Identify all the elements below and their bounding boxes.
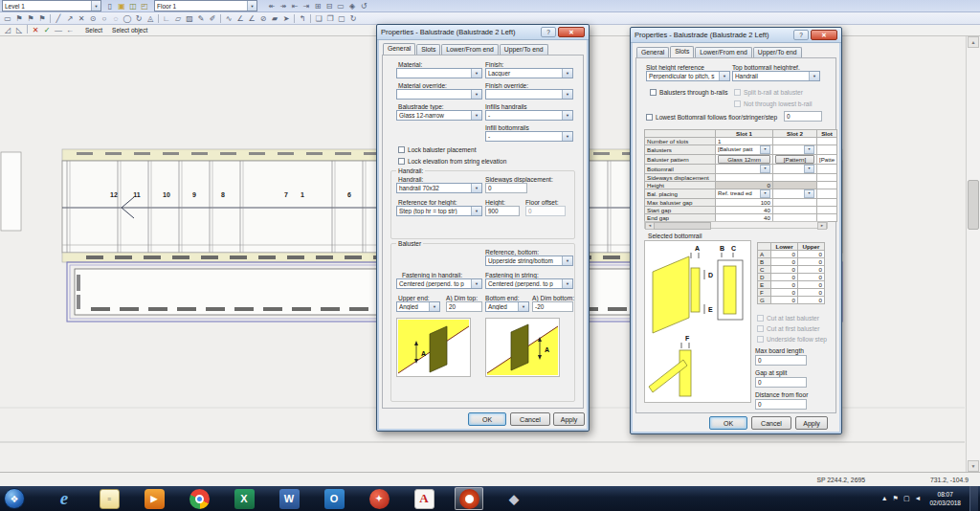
lock-elevation-checkbox[interactable]: Lock elevation from string elevation	[398, 158, 506, 165]
angle2-tool-icon[interactable]: ∠	[246, 13, 257, 24]
cut-last-baluster-checkbox[interactable]: Cut at last baluster	[757, 315, 819, 322]
lu-value-cell[interactable]: 0	[798, 297, 825, 304]
tab-slots[interactable]: Slots	[670, 46, 694, 57]
scroll-down-icon[interactable]: ▼	[968, 460, 979, 472]
tab-upper-to-end[interactable]: Upper/To end	[753, 47, 802, 57]
kite-tool-icon[interactable]: ◬	[145, 13, 156, 24]
corner-up-icon[interactable]: ◺	[13, 25, 25, 35]
zoom-out-icon[interactable]: ⊟	[323, 1, 335, 11]
polygon-tool-icon[interactable]: ▱	[172, 13, 184, 24]
no-circle-tool-icon[interactable]: ⊘	[257, 13, 269, 24]
fastening-handrail-dropdown[interactable]: Centered (perpend. to p	[396, 278, 482, 289]
slot-cell[interactable]: [Patte	[817, 155, 837, 165]
slot-cell[interactable]: Glass 12mm	[716, 155, 773, 165]
red-app-icon[interactable]: ✦	[365, 487, 393, 510]
slot-cell[interactable]: [Baluster patt▼	[716, 145, 773, 155]
distance-from-floor-input[interactable]	[755, 399, 807, 410]
reference-bottom-dropdown[interactable]: Upperside string/bottom	[485, 256, 573, 266]
turn-arrow-tool-icon[interactable]: ↰	[297, 13, 308, 24]
lower-upper-table[interactable]: LowerUpperA00B00C00D00E00F00G00	[757, 242, 825, 304]
lu-value-cell[interactable]: 0	[798, 281, 825, 289]
word-icon[interactable]: W	[275, 487, 303, 510]
slot-cell[interactable]: [Pattern]	[773, 155, 817, 165]
stamp-tool-icon[interactable]: ⚑	[36, 13, 48, 24]
tray-flag-icon[interactable]: ⚑	[893, 495, 899, 502]
taskbar-clock[interactable]: 08:07 02/03/2018	[929, 490, 961, 508]
slot-cell[interactable]: 1	[716, 138, 773, 145]
lu-value-cell[interactable]: 0	[771, 266, 798, 274]
balusters-through-brails-checkbox[interactable]: Balusters through b-rails	[650, 89, 727, 96]
slot-cell[interactable]	[817, 189, 837, 199]
slot-cell[interactable]	[773, 182, 817, 189]
angle-tool-icon[interactable]: ∠	[234, 13, 246, 24]
bottom-end-dropdown[interactable]: Angled	[485, 301, 529, 312]
lu-value-cell[interactable]: 0	[798, 258, 825, 266]
slot-cell[interactable]	[817, 145, 837, 155]
zoom-in-icon[interactable]: ⊞	[312, 1, 323, 11]
lu-value-cell[interactable]: 0	[798, 274, 825, 281]
cut-first-baluster-checkbox[interactable]: Cut at first baluster	[757, 325, 819, 332]
chevron-down-icon[interactable]: ▼	[804, 145, 814, 154]
slots-table[interactable]: Slot 1Slot 2SlotNumber of slots1Baluster…	[644, 129, 837, 222]
height-input[interactable]	[485, 206, 520, 216]
lu-value-cell[interactable]: 0	[771, 251, 798, 258]
slot-cell[interactable]	[817, 174, 837, 182]
slot-cell[interactable]: ▼	[773, 145, 817, 155]
balustrade-type-dropdown[interactable]: Glass 12-narrow	[396, 110, 482, 121]
lowest-bottomrail-input[interactable]	[784, 111, 822, 122]
dashed-circle-tool-icon[interactable]: ◌	[110, 13, 122, 24]
tab-upper-to-end[interactable]: Upper/To end	[500, 44, 548, 55]
select-tool-icon[interactable]: ▭	[2, 13, 13, 24]
upper-end-dropdown[interactable]: Angled	[396, 301, 440, 312]
lu-value-cell[interactable]: 0	[771, 281, 798, 289]
lowest-bottomrail-checkbox[interactable]: Lowest Bottomrail follows floor/stringer…	[646, 114, 777, 121]
close-button[interactable]: ✕	[558, 27, 585, 37]
scrollbar-thumb[interactable]	[968, 180, 979, 230]
refresh-icon[interactable]: ↺	[358, 1, 369, 11]
slot-cell[interactable]	[817, 207, 837, 214]
lu-value-cell[interactable]: 0	[771, 274, 798, 281]
corner-tool-icon[interactable]: ∟	[161, 13, 172, 24]
cancel-icon[interactable]: ✕	[30, 25, 41, 35]
top-bottomrail-heightref-dropdown[interactable]: Handrail	[732, 71, 820, 81]
line-tool-icon[interactable]: ╱	[53, 13, 64, 24]
material-dropdown[interactable]	[396, 68, 482, 78]
reference-for-height-dropdown[interactable]: Step (top hr = top str)	[396, 206, 482, 216]
chevron-down-icon[interactable]: ▼	[804, 165, 814, 173]
vertical-scrollbar[interactable]: ▲ ▼	[966, 36, 980, 472]
infill-bottomrails-dropdown[interactable]: -	[485, 131, 573, 142]
import-icon[interactable]: ◰	[139, 1, 150, 11]
hscrollbar-thumb[interactable]	[654, 222, 711, 230]
floor-offset-input[interactable]	[525, 206, 566, 216]
chevron-down-icon[interactable]: ▼	[804, 189, 814, 198]
lu-value-cell[interactable]: 0	[771, 297, 798, 304]
dialog-titlebar[interactable]: Properties - Balustrade (Balustrade 2 Le…	[631, 28, 841, 43]
tab-general[interactable]: General	[636, 47, 669, 57]
sideways-displacement-input[interactable]	[485, 183, 527, 193]
window3-tool-icon[interactable]: ▢	[336, 13, 347, 24]
go-end-icon[interactable]: ⇥	[301, 1, 312, 11]
close-button[interactable]: ✕	[811, 30, 837, 40]
lock-baluster-checkbox[interactable]: Lock baluster placement	[398, 146, 476, 153]
max-board-length-input[interactable]	[755, 355, 807, 366]
slot-cell[interactable]: 40	[716, 207, 773, 214]
rotate-tool-icon[interactable]: ↻	[133, 13, 145, 24]
tray-network-icon[interactable]: ▢	[903, 495, 910, 502]
cancel-button[interactable]: Cancel	[751, 416, 791, 430]
chevron-down-icon[interactable]: ▼	[760, 189, 770, 198]
apply-button[interactable]: Apply	[553, 412, 585, 426]
split-brail-checkbox[interactable]: Split b-rail at baluster	[734, 89, 803, 96]
circle-tool-icon[interactable]: ○	[99, 13, 110, 24]
point-circle-tool-icon[interactable]: ⊙	[87, 13, 99, 24]
ie-icon[interactable]: e	[50, 487, 78, 510]
slots-table-hscrollbar[interactable]: ◄ ►	[644, 221, 828, 229]
pattern-button[interactable]: Glass 12mm	[718, 155, 770, 164]
slot-cell[interactable]: 0	[716, 182, 773, 189]
dim-bottom-input[interactable]	[532, 301, 573, 312]
chevron-down-icon[interactable]: ▼	[760, 145, 770, 154]
copy-tool-icon[interactable]: ⚑	[13, 13, 25, 24]
material-override-dropdown[interactable]	[396, 89, 482, 100]
tray-volume-icon[interactable]: ◄	[915, 495, 922, 502]
open-folder-icon[interactable]: ▣	[116, 1, 127, 11]
chrome-icon[interactable]	[185, 487, 213, 510]
